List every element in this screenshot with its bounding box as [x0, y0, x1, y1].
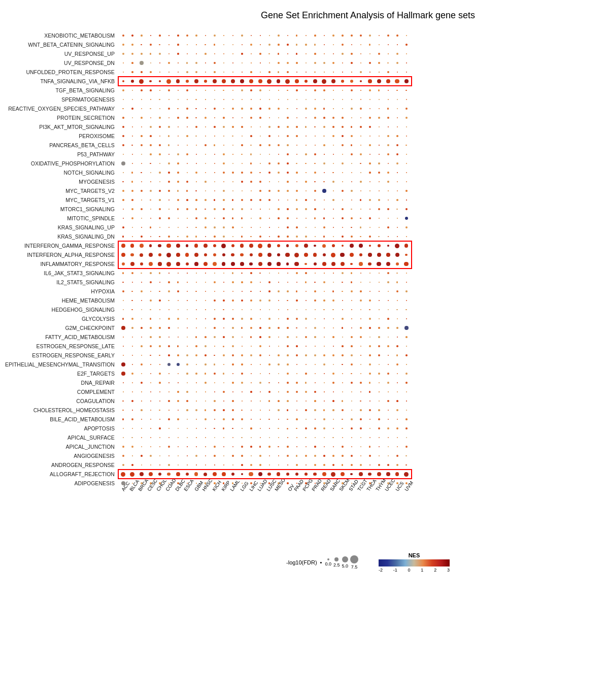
dot-16-18 — [287, 181, 289, 183]
dot-cell-7-9 — [201, 95, 210, 104]
dot-row-3 — [119, 58, 604, 68]
dot-cell-30-22 — [320, 305, 329, 314]
dot-28-7 — [187, 291, 188, 292]
dot-cell-36-7 — [183, 360, 192, 369]
dot-2-19 — [296, 53, 297, 54]
dot-1-19 — [296, 44, 297, 45]
dot-cell-37-13 — [238, 369, 247, 378]
dot-cell-38-10 — [210, 378, 219, 387]
dot-cell-27-24 — [338, 278, 347, 287]
dot-cell-35-26 — [356, 351, 365, 360]
dot-cell-0-9 — [201, 31, 210, 40]
dot-3-20 — [306, 62, 307, 63]
col-label-12: LAML — [228, 489, 238, 522]
dot-46-26 — [360, 455, 361, 456]
dot-8-23 — [333, 108, 334, 109]
dot-cell-37-15 — [256, 369, 265, 378]
dot-cell-33-16 — [265, 332, 274, 342]
dot-cell-27-2 — [137, 278, 146, 287]
row-label-42: BILE_ACID_METABOLISM — [50, 415, 115, 424]
dot-cell-47-22 — [320, 460, 329, 470]
dot-6-9 — [205, 90, 206, 91]
dot-cell-12-31 — [402, 141, 411, 150]
dot-cell-7-31 — [402, 95, 411, 104]
dot-cell-45-9 — [201, 442, 210, 451]
dot-cell-43-25 — [347, 424, 356, 433]
dot-25-14 — [249, 262, 253, 266]
dot-cell-28-14 — [247, 287, 256, 296]
dot-cell-35-9 — [201, 351, 210, 360]
col-label-4: CHOL — [155, 489, 164, 522]
dot-8-19 — [296, 108, 297, 109]
dot-3-16 — [269, 62, 270, 63]
dot-17-28 — [379, 190, 380, 191]
dot-cell-39-10 — [210, 387, 219, 396]
dot-cell-1-18 — [283, 40, 292, 49]
dot-cell-32-20 — [301, 323, 311, 332]
dot-cell-21-3 — [146, 223, 155, 232]
dot-cell-2-4 — [155, 49, 164, 58]
dot-cell-43-23 — [329, 424, 338, 433]
dot-43-7 — [187, 428, 188, 429]
dot-cell-33-31 — [402, 332, 411, 342]
dot-cell-9-2 — [137, 113, 146, 122]
dot-cell-31-10 — [210, 314, 219, 323]
dot-41-0 — [122, 410, 124, 411]
dot-28-24 — [342, 291, 343, 292]
dot-cell-47-12 — [228, 460, 238, 470]
dot-29-14 — [250, 299, 252, 302]
dot-39-5 — [168, 391, 170, 393]
dot-6-16 — [269, 90, 270, 91]
dot-cell-24-28 — [375, 250, 384, 259]
dot-30-1 — [131, 309, 133, 311]
dot-cell-38-29 — [384, 378, 393, 387]
dot-12-29 — [387, 144, 389, 146]
dot-cell-24-12 — [228, 250, 238, 259]
dot-13-4 — [159, 153, 161, 155]
dot-cell-16-7 — [183, 177, 192, 186]
dot-26-27 — [369, 273, 370, 274]
dot-1-12 — [232, 44, 233, 45]
dot-18-0 — [122, 199, 124, 201]
dot-cell-25-20 — [301, 259, 311, 269]
dot-17-22 — [322, 189, 326, 193]
dot-cell-19-23 — [329, 205, 338, 214]
dot-cell-32-21 — [311, 323, 320, 332]
dot-cell-4-28 — [375, 68, 384, 77]
dot-cell-38-21 — [311, 378, 320, 387]
dot-18-23 — [332, 199, 334, 201]
dot-21-20 — [306, 227, 307, 228]
dot-1-11 — [223, 44, 224, 45]
dot-cell-34-23 — [329, 342, 338, 351]
dot-cell-14-7 — [183, 159, 192, 168]
dot-cell-47-23 — [329, 460, 338, 470]
dot-46-17 — [278, 455, 279, 456]
row-label-43: APOPTOSIS — [84, 424, 115, 433]
dot-cell-30-31 — [402, 305, 411, 314]
dot-cell-9-16 — [265, 113, 274, 122]
dot-16-0 — [122, 181, 124, 183]
dot-cell-0-17 — [274, 31, 283, 40]
dot-row-37 — [119, 369, 604, 378]
dot-37-22 — [324, 373, 325, 375]
dot-cell-39-14 — [247, 387, 256, 396]
row-label-8: REACTIVE_OXYGEN_SPECIES_PATHWAY — [8, 104, 115, 113]
dot-cell-6-29 — [384, 86, 393, 95]
dot-cell-28-31 — [402, 287, 411, 296]
dot-cell-11-13 — [238, 131, 247, 141]
dot-cell-28-16 — [265, 287, 274, 296]
dot-46-24 — [342, 455, 343, 456]
dot-45-27 — [369, 446, 370, 447]
dot-cell-16-0 — [119, 177, 128, 186]
col-label-23: SARC — [329, 489, 338, 522]
dot-21-21 — [315, 227, 316, 228]
dot-46-27 — [369, 455, 371, 457]
dot-35-12 — [232, 354, 234, 356]
dot-25-10 — [213, 262, 217, 266]
dot-cell-12-30 — [393, 141, 402, 150]
dot-cell-4-14 — [247, 68, 256, 77]
dot-cell-26-4 — [155, 269, 164, 278]
dot-10-22 — [323, 126, 325, 128]
dot-10-9 — [205, 126, 207, 128]
dot-cell-9-13 — [238, 113, 247, 122]
